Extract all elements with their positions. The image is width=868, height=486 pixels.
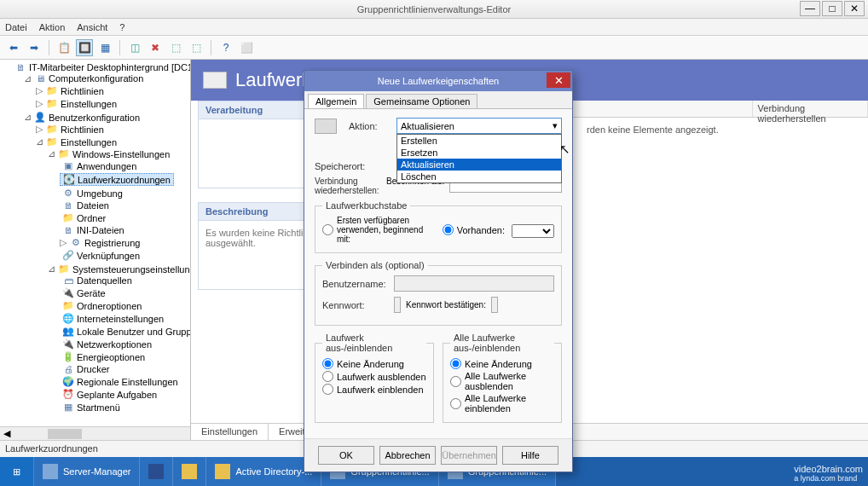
item-icon: 🖨 bbox=[62, 364, 74, 374]
tree-scrollbar[interactable]: ◀ bbox=[0, 426, 190, 440]
ok-button[interactable]: OK bbox=[318, 446, 374, 465]
col-verbindung[interactable]: Verbindung wiederherstellen bbox=[753, 101, 868, 117]
tool-icon-8[interactable]: ⬜ bbox=[238, 39, 255, 56]
tree-richtlinien-1[interactable]: Richtlinien bbox=[61, 86, 104, 96]
tree-datenquellen[interactable]: Datenquellen bbox=[77, 275, 132, 286]
tool-icon-3[interactable]: ▦ bbox=[96, 39, 113, 56]
tree-syssett[interactable]: Systemsteuerungseinstellungen bbox=[72, 264, 191, 275]
tree-energie[interactable]: Energieoptionen bbox=[77, 352, 145, 362]
tree-anwendungen[interactable]: Anwendungen bbox=[77, 161, 136, 171]
tree-ordner[interactable]: Ordner bbox=[77, 213, 106, 223]
tree-windows[interactable]: Windows-Einstellungen bbox=[72, 149, 170, 159]
tool-icon-2[interactable]: 🔲 bbox=[76, 39, 93, 56]
tree-ordneropt[interactable]: Ordneroptionen bbox=[77, 301, 142, 311]
item-icon: 🔌 bbox=[62, 287, 74, 298]
tree-userconf[interactable]: Benutzerkonfiguration bbox=[49, 113, 140, 123]
tree-regionale[interactable]: Regionale Einstellungen bbox=[77, 377, 178, 387]
tree-registry[interactable]: Registrierung bbox=[84, 238, 140, 248]
menu-action[interactable]: Aktion bbox=[39, 22, 66, 32]
opt-erstellen[interactable]: Erstellen bbox=[397, 135, 561, 147]
benutzer-input bbox=[394, 275, 554, 292]
tree-startmenu[interactable]: Startmenü bbox=[77, 402, 120, 413]
kennwortbest-input bbox=[491, 297, 498, 313]
label-ersten: Ersten verfügbaren verwenden, beginnend … bbox=[337, 216, 436, 244]
radio-aus-2[interactable] bbox=[450, 376, 461, 387]
minimize-button[interactable]: — bbox=[800, 1, 820, 16]
label-ein-2: Alle Laufwerke einblenden bbox=[465, 393, 554, 414]
item-icon: ⚙ bbox=[70, 237, 82, 248]
radio-ein-1[interactable] bbox=[322, 384, 333, 395]
group-laufwerk-aus: Laufwerk aus-/einblenden bbox=[322, 333, 426, 353]
menu-view[interactable]: Ansicht bbox=[77, 22, 107, 32]
taskbar-server[interactable]: Server-Manager bbox=[34, 457, 140, 486]
label-vorhanden: Vorhanden: bbox=[457, 225, 505, 235]
tool-icon-1[interactable]: 📋 bbox=[55, 39, 72, 56]
tree-view[interactable]: 🗎IT-Mitarbeiter Desktophintergrund [DC1.… bbox=[0, 60, 191, 440]
close-button[interactable]: ✕ bbox=[844, 1, 865, 16]
tree-geplante[interactable]: Geplante Aufgaben bbox=[77, 390, 157, 400]
tree-richtlinien-2[interactable]: Richtlinien bbox=[61, 124, 104, 135]
opt-aktualisieren[interactable]: Aktualisieren bbox=[397, 159, 561, 171]
tool-icon-6[interactable]: ⬚ bbox=[167, 39, 184, 56]
radio-keine-2[interactable] bbox=[450, 358, 461, 369]
taskbar-explorer[interactable] bbox=[173, 457, 206, 486]
item-icon: ⚙ bbox=[62, 188, 74, 199]
help-icon[interactable]: ? bbox=[217, 39, 234, 56]
aktion-dropdown[interactable]: Erstellen Ersetzen Aktualisieren Löschen bbox=[396, 134, 562, 183]
tree-ini[interactable]: INI-Dateien bbox=[77, 225, 124, 235]
tree-root[interactable]: IT-Mitarbeiter Desktophintergrund [DC1.T… bbox=[29, 62, 191, 72]
dialog-close-icon[interactable]: ✕ bbox=[547, 72, 570, 88]
radio-ein-2[interactable] bbox=[450, 398, 461, 409]
tree-laufwerk[interactable]: Laufwerkzuordnungen bbox=[78, 175, 171, 185]
powershell-icon bbox=[148, 464, 164, 479]
tree-geraete[interactable]: Geräte bbox=[77, 288, 106, 298]
label-ein-1: Laufwerk einblenden bbox=[337, 385, 424, 395]
drive-icon bbox=[315, 119, 337, 134]
tool-icon-7[interactable]: ⬚ bbox=[188, 39, 205, 56]
menu-help[interactable]: ? bbox=[119, 22, 124, 32]
tree-einstellungen-2[interactable]: Einstellungen bbox=[61, 137, 117, 148]
maximize-button[interactable]: □ bbox=[822, 1, 842, 16]
tab-einstellungen[interactable]: Einstellungen bbox=[191, 424, 269, 440]
radio-keine-1[interactable] bbox=[322, 358, 333, 369]
tab-gemeinsame[interactable]: Gemeinsame Optionen bbox=[366, 94, 477, 108]
tree-dateien[interactable]: Dateien bbox=[77, 200, 109, 211]
label-aktion: Aktion: bbox=[349, 121, 391, 131]
tree-umgebung[interactable]: Umgebung bbox=[77, 188, 123, 199]
drive-letter-select[interactable] bbox=[512, 224, 554, 238]
abbrechen-button[interactable]: Abbrechen bbox=[379, 446, 436, 465]
drive-icon: 💽 bbox=[63, 174, 75, 185]
kennwort-input bbox=[394, 297, 401, 313]
folder-icon: 📁 bbox=[46, 85, 58, 96]
hilfe-button[interactable]: Hilfe bbox=[502, 446, 558, 465]
tool-icon-5[interactable]: ✖ bbox=[147, 39, 164, 56]
tab-allgemein[interactable]: Allgemein bbox=[308, 94, 364, 108]
taskbar-powershell[interactable] bbox=[140, 457, 173, 486]
tree-verknuepf[interactable]: Verknüpfungen bbox=[77, 251, 140, 261]
label-aus-2: Alle Laufwerke ausblenden bbox=[465, 371, 554, 391]
folder-icon: 📁 bbox=[46, 98, 58, 109]
opt-loeschen[interactable]: Löschen bbox=[397, 171, 561, 182]
forward-icon[interactable]: ➡ bbox=[26, 39, 43, 56]
start-button[interactable]: ⊞ bbox=[0, 457, 34, 486]
label-keine-1: Keine Änderung bbox=[337, 359, 404, 369]
tree-netzwerk[interactable]: Netzwerkoptionen bbox=[77, 339, 152, 350]
user-icon: 👤 bbox=[34, 112, 46, 123]
watermark: video2brain.com a lynda.com brand bbox=[794, 464, 863, 483]
label-kennwort: Kennwort: bbox=[322, 300, 389, 310]
window-titlebar: Gruppenrichtlinienverwaltungs-Editor — □… bbox=[0, 0, 868, 19]
back-icon[interactable]: ⬅ bbox=[5, 39, 22, 56]
tree-internet[interactable]: Interneteinstellungen bbox=[77, 314, 164, 324]
aktion-combobox[interactable]: Aktualisieren▾ Erstellen Ersetzen Aktual… bbox=[396, 118, 562, 134]
radio-vorhanden[interactable] bbox=[443, 224, 454, 235]
radio-ersten[interactable] bbox=[322, 224, 333, 235]
tree-lokale[interactable]: Lokale Benutzer und Gruppen bbox=[77, 327, 191, 337]
tree-drucker[interactable]: Drucker bbox=[77, 364, 110, 374]
opt-ersetzen[interactable]: Ersetzen bbox=[397, 147, 561, 159]
dialog-titlebar[interactable]: Neue Laufwerkeigenschaften ✕ bbox=[304, 71, 572, 91]
tree-einstellungen-1[interactable]: Einstellungen bbox=[61, 99, 117, 109]
tool-icon-4[interactable]: ◫ bbox=[126, 39, 143, 56]
menu-file[interactable]: Datei bbox=[5, 22, 27, 32]
radio-aus-1[interactable] bbox=[322, 371, 333, 382]
tree-computerconf[interactable]: Computerkonfiguration bbox=[49, 73, 143, 84]
